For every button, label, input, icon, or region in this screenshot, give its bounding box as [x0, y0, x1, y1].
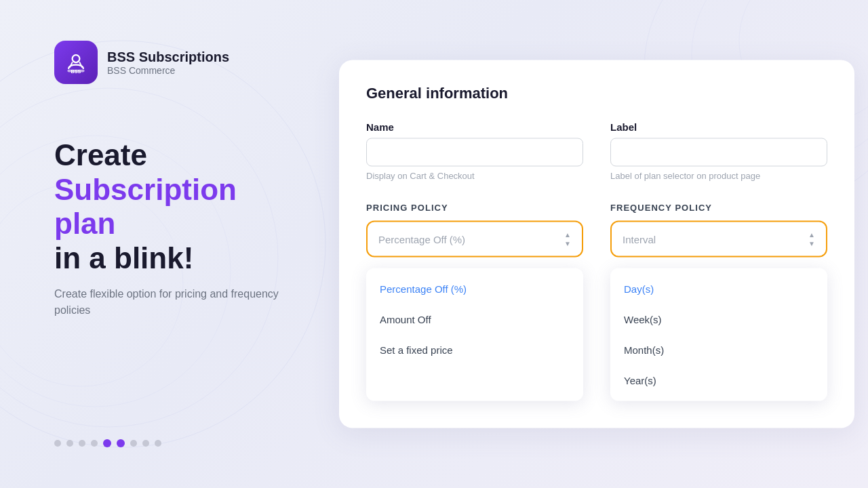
main-card: General information Name Display on Cart…: [339, 60, 854, 428]
pricing-option-amount[interactable]: Amount Off: [366, 304, 583, 335]
hero-line2: Subscription plan: [54, 173, 237, 241]
chevron-up-icon: ▲: [564, 231, 571, 239]
frequency-policy-label: FREQUENCY POLICY: [610, 203, 827, 213]
dot-5-active[interactable]: [103, 439, 111, 447]
frequency-option-years[interactable]: Year(s): [610, 365, 827, 396]
chevron-down-icon: ▼: [564, 240, 571, 247]
frequency-selected-value: Interval: [623, 233, 656, 245]
svg-point-7: [73, 55, 80, 62]
dot-1[interactable]: [54, 440, 61, 447]
hero-description: Create flexible option for pricing and f…: [54, 286, 285, 319]
dot-6-active[interactable]: [117, 439, 125, 447]
name-group: Name Display on Cart & Checkout: [366, 121, 583, 181]
dot-3[interactable]: [79, 440, 85, 447]
frequency-chevrons: ▲ ▼: [808, 231, 815, 247]
app-logo-icon: BSS: [54, 41, 98, 84]
dropdown-menus-row: Percentage Off (%) Amount Off Set a fixe…: [366, 268, 827, 401]
pricing-policy-label: PRICING POLICY: [366, 203, 583, 213]
app-company: BSS Commerce: [107, 65, 229, 76]
hero-line3: in a blink!: [54, 241, 193, 274]
dots-navigation: [54, 439, 285, 447]
pricing-selected-value: Percentage Off (%): [378, 233, 465, 245]
logo-area: BSS BSS Subscriptions BSS Commerce: [54, 41, 285, 84]
dot-4[interactable]: [91, 440, 98, 447]
dot-9[interactable]: [155, 440, 161, 447]
frequency-option-days[interactable]: Day(s): [610, 274, 827, 304]
dot-8[interactable]: [142, 440, 149, 447]
frequency-options-menu: Day(s) Week(s) Month(s) Year(s): [610, 268, 827, 401]
pricing-option-percentage[interactable]: Percentage Off (%): [366, 274, 583, 304]
chevron-up-icon2: ▲: [808, 231, 815, 239]
label-input[interactable]: [610, 138, 827, 167]
section-title: General information: [366, 85, 827, 102]
label-group: Label Label of plan selector on product …: [610, 121, 827, 181]
label-hint: Label of plan selector on product page: [610, 171, 827, 181]
frequency-option-months[interactable]: Month(s): [610, 335, 827, 365]
hero-line1: Create: [54, 138, 147, 171]
name-label: Name: [366, 121, 583, 133]
left-panel: BSS BSS Subscriptions BSS Commerce Creat…: [0, 0, 326, 488]
chevron-down-icon2: ▼: [808, 240, 815, 247]
frequency-policy-dropdown[interactable]: Interval ▲ ▼: [610, 221, 827, 258]
frequency-option-weeks[interactable]: Week(s): [610, 304, 827, 335]
pricing-policy-dropdown[interactable]: Percentage Off (%) ▲ ▼: [366, 221, 583, 258]
name-input[interactable]: [366, 138, 583, 167]
hero-text: Create Subscription plan in a blink! Cre…: [54, 138, 285, 319]
dot-2[interactable]: [66, 440, 73, 447]
pricing-policy-group: PRICING POLICY Percentage Off (%) ▲ ▼: [366, 203, 583, 258]
label-label: Label: [610, 121, 827, 133]
pricing-chevrons: ▲ ▼: [564, 231, 571, 247]
dot-7[interactable]: [130, 440, 137, 447]
logo-text: BSS Subscriptions BSS Commerce: [107, 49, 229, 76]
hero-heading: Create Subscription plan in a blink!: [54, 138, 285, 275]
pricing-options-menu: Percentage Off (%) Amount Off Set a fixe…: [366, 268, 583, 401]
frequency-policy-group: FREQUENCY POLICY Interval ▲ ▼: [610, 203, 827, 258]
svg-text:BSS: BSS: [71, 68, 81, 75]
pricing-option-fixed[interactable]: Set a fixed price: [366, 335, 583, 365]
policy-labels-row: PRICING POLICY Percentage Off (%) ▲ ▼ FR…: [366, 203, 827, 258]
app-name: BSS Subscriptions: [107, 49, 229, 65]
name-label-row: Name Display on Cart & Checkout Label La…: [366, 121, 827, 181]
name-hint: Display on Cart & Checkout: [366, 171, 583, 181]
right-panel: General information Name Display on Cart…: [339, 60, 854, 428]
